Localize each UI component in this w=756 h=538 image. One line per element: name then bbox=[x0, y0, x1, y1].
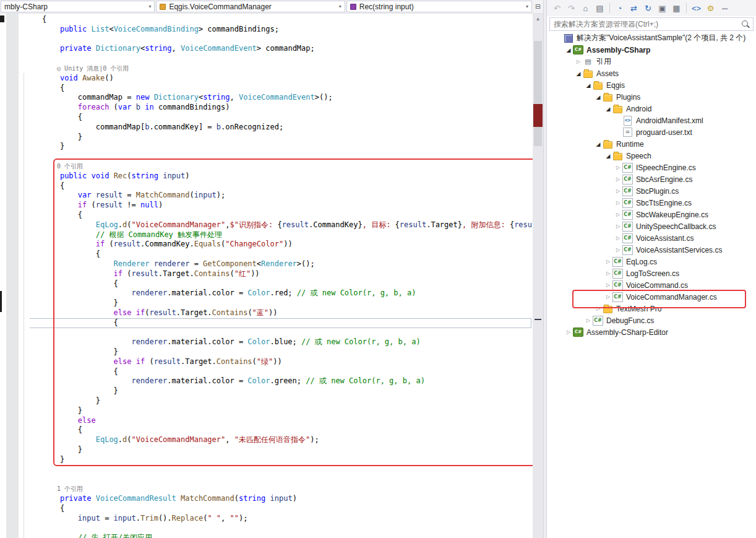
tree-item-proguard-user-txt[interactable]: proguard-user.txt bbox=[547, 126, 756, 138]
code-line[interactable]: Renderer renderer = GetComponent<Rendere… bbox=[30, 259, 533, 269]
tree-item-logtoscreen-cs[interactable]: ▷LogToScreen.cs bbox=[547, 267, 756, 279]
code-line[interactable]: if (result.Target.Contains("红")) bbox=[30, 269, 533, 279]
code-line[interactable]: EqLog.d("VoiceCommandManager", "未匹配任何语音指… bbox=[30, 435, 533, 445]
editor-vertical-scrollbar[interactable]: ▲ bbox=[533, 14, 543, 538]
back-icon[interactable]: ↶ bbox=[551, 2, 564, 14]
tree-item-voicecommand-cs[interactable]: ▷VoiceCommand.cs bbox=[547, 279, 756, 291]
code-line[interactable]: commandMap[b.commandKey] = b.onRecognize… bbox=[30, 123, 533, 132]
code-line[interactable]: } bbox=[30, 396, 533, 406]
tree-item-sbcplugin-cs[interactable]: ▷SbcPlugin.cs bbox=[547, 185, 756, 197]
code-line[interactable] bbox=[30, 54, 533, 64]
refresh-icon[interactable]: ↻ bbox=[642, 2, 655, 14]
scrollbar-up-arrow-icon[interactable]: ▲ bbox=[533, 14, 543, 24]
tree-item-ispeechengine-cs[interactable]: ▷ISpeechEngine.cs bbox=[547, 162, 756, 173]
collapse-all-icon[interactable]: ▦ bbox=[670, 2, 683, 14]
search-input[interactable] bbox=[550, 20, 741, 28]
code-line[interactable]: void Awake() bbox=[30, 74, 533, 84]
code-line[interactable]: commandMap = new Dictionary<string, Voic… bbox=[30, 93, 533, 103]
code-line[interactable]: if (result != null) bbox=[30, 201, 533, 210]
tree-item-sbcasrengine-cs[interactable]: ▷SbcAsrEngine.cs bbox=[547, 173, 756, 185]
tree-item-eqlog-cs[interactable]: ▷EqLog.cs bbox=[547, 256, 756, 267]
type-dropdown[interactable]: Eqgis.VoiceCommandManager ▾ bbox=[156, 1, 345, 12]
code-line[interactable]: renderer.material.color = Color.red; // … bbox=[30, 289, 533, 298]
code-line[interactable]: { bbox=[30, 113, 533, 123]
collapsed-arrow-icon[interactable]: ▷ bbox=[604, 259, 612, 264]
collapsed-arrow-icon[interactable]: ▷ bbox=[604, 294, 612, 300]
code-line[interactable]: else if(result.Target.Contains("蓝")) bbox=[30, 308, 533, 318]
collapsed-arrow-icon[interactable]: ▷ bbox=[594, 306, 603, 311]
breakpoint-gutter[interactable] bbox=[6, 14, 19, 538]
sync-with-active-document-icon[interactable]: ⇄ bbox=[627, 2, 640, 14]
code-line[interactable]: { bbox=[30, 318, 533, 328]
expanded-arrow-icon[interactable]: ◢ bbox=[604, 106, 612, 112]
minimize-icon[interactable]: ─ bbox=[718, 2, 731, 14]
code-line[interactable]: } bbox=[30, 406, 533, 416]
code-line[interactable]: public void Rec(string input) bbox=[30, 171, 533, 181]
preview-icon[interactable]: ▤ bbox=[593, 2, 606, 14]
code-line[interactable] bbox=[30, 328, 533, 338]
code-line[interactable]: } bbox=[30, 298, 533, 308]
collapsed-arrow-icon[interactable]: ▷ bbox=[604, 271, 612, 276]
code-line[interactable]: } bbox=[30, 347, 533, 357]
tree-item-debugfunc-cs[interactable]: ▷DebugFunc.cs bbox=[547, 315, 756, 326]
expanded-arrow-icon[interactable]: ◢ bbox=[604, 153, 612, 159]
show-all-files-icon[interactable]: ▣ bbox=[656, 2, 669, 14]
split-window-icon[interactable]: ⊟ bbox=[533, 1, 543, 12]
code-line[interactable]: { bbox=[30, 84, 533, 93]
project-dropdown[interactable]: mbly-CSharp ▾ bbox=[1, 1, 155, 12]
collapsed-arrow-icon[interactable]: ▷ bbox=[614, 165, 622, 170]
tree-item-sbcttsengine-cs[interactable]: ▷SbcTtsEngine.cs bbox=[547, 197, 756, 209]
code-line[interactable]: if (result.CommandKey.Equals("ChangeColo… bbox=[30, 240, 533, 249]
collapsed-arrow-icon[interactable]: ▷ bbox=[614, 200, 622, 206]
code-line[interactable]: } bbox=[30, 386, 533, 396]
view-code-icon[interactable]: <> bbox=[690, 2, 703, 14]
tree-item-voiceassistantservices-cs[interactable]: ▷VoiceAssistantServices.cs bbox=[547, 244, 756, 256]
tree-item-speech[interactable]: ◢Speech bbox=[547, 150, 756, 162]
tree-item-assembly-csharp-editor[interactable]: ▷Assembly-CSharp-Editor bbox=[547, 326, 756, 338]
code-line[interactable] bbox=[30, 465, 533, 475]
code-line[interactable]: } bbox=[30, 132, 533, 142]
code-line[interactable]: EqLog.d("VoiceCommandManager",$"识别指令: {r… bbox=[30, 220, 533, 230]
expanded-arrow-icon[interactable]: ◢ bbox=[574, 71, 583, 77]
code-line[interactable]: renderer.material.color = Color.green; /… bbox=[30, 376, 533, 386]
codelens-line[interactable]: 0 个引用 bbox=[30, 162, 533, 171]
tree-item-plugins[interactable]: ◢Plugins bbox=[547, 91, 756, 103]
code-line[interactable]: // 根据 CommandKey 触发事件处理 bbox=[30, 230, 533, 240]
tree-item-voiceassistant-cs[interactable]: ▷VoiceAssistant.cs bbox=[547, 232, 756, 244]
code-line[interactable]: { bbox=[30, 279, 533, 289]
code-line[interactable]: // 先 打开/关闭应用 bbox=[30, 533, 533, 538]
tree-item-androidmanifest-xml[interactable]: AndroidManifest.xml bbox=[547, 115, 756, 126]
expanded-arrow-icon[interactable]: ◢ bbox=[594, 141, 603, 147]
collapsed-arrow-icon[interactable]: ▷ bbox=[604, 282, 612, 288]
code-line[interactable]: private VoiceCommandResult MatchCommand(… bbox=[30, 494, 533, 504]
code-line[interactable] bbox=[30, 523, 533, 533]
code-line[interactable]: else bbox=[30, 416, 533, 426]
code-line[interactable]: { bbox=[30, 210, 533, 220]
code-line[interactable]: renderer.material.color = Color.blue; //… bbox=[30, 337, 533, 347]
code-line[interactable]: { bbox=[30, 15, 533, 25]
collapsed-arrow-icon[interactable]: ▷ bbox=[564, 329, 573, 335]
code-line[interactable] bbox=[30, 152, 533, 162]
search-icon[interactable] bbox=[741, 20, 750, 28]
tree-item-textmesh-pro[interactable]: ▷TextMesh Pro bbox=[547, 303, 756, 315]
code-line[interactable]: { bbox=[30, 367, 533, 377]
home-icon[interactable]: ⌂ bbox=[579, 2, 592, 14]
code-line[interactable]: var result = MatchCommand(input); bbox=[30, 191, 533, 201]
scrollbar-thumb[interactable] bbox=[534, 41, 542, 146]
codelens-line[interactable]: 1 个引用 bbox=[30, 484, 533, 494]
code-line[interactable]: private Dictionary<string, VoiceCommandE… bbox=[30, 44, 533, 54]
code-line[interactable]: public List<VoiceCommandBinding> command… bbox=[30, 25, 533, 35]
code-line[interactable]: { bbox=[30, 504, 533, 514]
tree-item-eqgis[interactable]: ◢Eqgis bbox=[547, 79, 756, 91]
properties-icon[interactable]: ⚙ bbox=[704, 2, 717, 14]
code-line[interactable]: else if (result.Target.Contains("绿")) bbox=[30, 357, 533, 367]
collapsed-arrow-icon[interactable]: ▷ bbox=[614, 188, 622, 194]
code-line[interactable]: { bbox=[30, 249, 533, 259]
tree-item-assembly-csharp[interactable]: ◢Assembly-CSharp bbox=[547, 44, 756, 56]
code-line[interactable] bbox=[30, 35, 533, 45]
collapsed-arrow-icon[interactable]: ▷ bbox=[614, 235, 622, 241]
tree-item-sbcwakeupengine-cs[interactable]: ▷SbcWakeupEngine.cs bbox=[547, 209, 756, 220]
tree-item-references[interactable]: ▷引用 bbox=[547, 56, 756, 67]
collapsed-arrow-icon[interactable]: ▷ bbox=[614, 212, 622, 217]
expanded-arrow-icon[interactable]: ◢ bbox=[564, 47, 573, 53]
